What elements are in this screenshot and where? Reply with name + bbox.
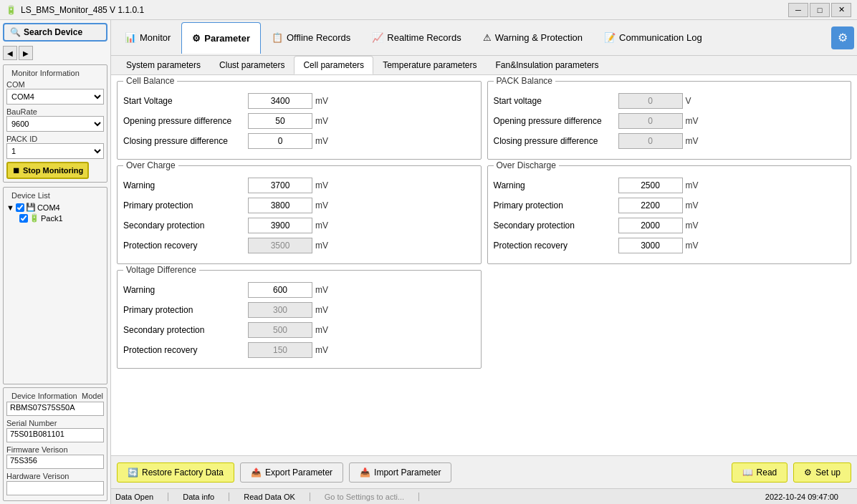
over-charge-group: Over Charge Warning mV Primary protectio… bbox=[117, 165, 482, 264]
title-bar-controls: ─ □ ✕ bbox=[788, 3, 851, 17]
over-discharge-input-3[interactable] bbox=[618, 238, 683, 253]
read-button[interactable]: 📖 Read bbox=[732, 462, 788, 483]
monitor-info-group: Monitor Information COM COM4 BauRate 960… bbox=[3, 64, 107, 183]
firmware-version-value: 75S356 bbox=[6, 455, 104, 469]
pack-balance-unit-2: mV bbox=[686, 136, 704, 146]
baud-rate-label: BauRate bbox=[6, 107, 104, 116]
over-discharge-title: Over Discharge bbox=[494, 160, 559, 170]
status-data-open: Data Open bbox=[115, 493, 168, 501]
cell-balance-input-0[interactable] bbox=[248, 93, 312, 109]
nav-back-button[interactable]: ◀ bbox=[3, 46, 17, 60]
setup-button[interactable]: ⚙ Set up bbox=[793, 462, 851, 483]
nav-forward-button[interactable]: ▶ bbox=[19, 46, 33, 60]
baud-rate-row: BauRate 9600 bbox=[6, 107, 104, 132]
over-charge-input-1[interactable] bbox=[248, 198, 312, 213]
export-parameter-button[interactable]: 📤 Export Parameter bbox=[240, 462, 343, 483]
voltage-difference-input-3 bbox=[248, 342, 312, 358]
device-list-group: Device List ▼ 💾 COM4 🔋 Pack1 bbox=[3, 187, 107, 384]
status-activate-windows: Go to Settings to acti... bbox=[325, 493, 419, 501]
settings-button[interactable]: ⚙ bbox=[831, 26, 854, 49]
hardware-version-label: Hardware Verison bbox=[6, 472, 69, 480]
over-charge-input-2[interactable] bbox=[248, 218, 312, 233]
voltage-difference-input-1 bbox=[248, 302, 312, 318]
read-icon: 📖 bbox=[742, 467, 753, 478]
realtime-records-tab-icon: 📈 bbox=[372, 32, 383, 43]
cell-balance-label-2: Closing pressure difference bbox=[123, 136, 245, 146]
status-data-info: Data info bbox=[183, 493, 229, 501]
sub-tab-cell-params[interactable]: Cell parameters bbox=[294, 56, 373, 74]
close-button[interactable]: ✕ bbox=[831, 3, 851, 17]
cell-balance-input-2[interactable] bbox=[248, 133, 312, 149]
tab-warning-protection[interactable]: ⚠ Warning & Protection bbox=[472, 22, 593, 54]
voltage-difference-label-3: Protection recovery bbox=[123, 345, 245, 355]
tab-offline-records[interactable]: 📋 Offline Records bbox=[261, 22, 361, 54]
over-charge-label-2: Secondary protection bbox=[123, 220, 245, 231]
over-charge-row-2: Secondary protection mV bbox=[123, 218, 475, 233]
warning-protection-tab-icon: ⚠ bbox=[483, 32, 492, 43]
device-info-group: Device Information Model RBMS07S75S50A S… bbox=[3, 387, 107, 501]
restore-factory-data-button[interactable]: 🔄 Restore Factory Data bbox=[117, 462, 234, 483]
app-title: LS_BMS_Monitor_485 V 1.1.0.1 bbox=[21, 5, 144, 15]
search-device-button[interactable]: 🔍 Search Device bbox=[3, 23, 107, 42]
over-discharge-row-2: Secondary protection mV bbox=[494, 218, 846, 233]
tree-expand-icon: ▼ bbox=[6, 203, 14, 212]
tree-pack1-item: 🔋 Pack1 bbox=[19, 213, 104, 223]
firmware-version-label: Firmware Verison bbox=[6, 445, 68, 454]
bottom-toolbar: 🔄 Restore Factory Data 📤 Export Paramete… bbox=[111, 455, 857, 488]
pack-id-row: PACK ID 1 bbox=[6, 135, 104, 159]
tab-monitor[interactable]: 📊 Monitor bbox=[114, 22, 181, 54]
baud-rate-select[interactable]: 9600 bbox=[6, 116, 104, 132]
main-content: 📊 Monitor ⚙ Parameter 📋 Offline Records … bbox=[111, 20, 857, 504]
over-discharge-input-0[interactable] bbox=[618, 178, 683, 193]
pack-balance-label-2: Closing pressure difference bbox=[494, 136, 616, 146]
sub-tab-clust-params[interactable]: Clust parameters bbox=[210, 56, 294, 74]
pack-balance-input-2 bbox=[618, 133, 683, 149]
over-discharge-unit-3: mV bbox=[686, 241, 704, 251]
minimize-button[interactable]: ─ bbox=[788, 3, 808, 17]
tab-communication-log[interactable]: 📝 Communication Log bbox=[593, 22, 713, 54]
status-read-data-ok: Read Data OK bbox=[244, 493, 310, 501]
voltage-difference-group: Voltage Difference Warning mV Primary pr… bbox=[117, 270, 482, 369]
over-discharge-row-1: Primary protection mV bbox=[494, 198, 846, 213]
model-label: Model bbox=[82, 392, 103, 400]
over-discharge-unit-1: mV bbox=[686, 200, 704, 210]
over-discharge-unit-0: mV bbox=[686, 180, 704, 190]
com4-device-icon: 💾 bbox=[26, 203, 36, 212]
over-discharge-input-2[interactable] bbox=[618, 218, 683, 233]
sub-tab-fan-insulation[interactable]: Fan&Insulation parameters bbox=[487, 56, 608, 74]
pack-balance-group: PACK Balance Start voltage V Opening pre… bbox=[487, 81, 852, 160]
pack-balance-row-1: Opening pressure difference mV bbox=[494, 113, 846, 129]
import-parameter-button[interactable]: 📥 Import Parameter bbox=[349, 462, 451, 483]
maximize-button[interactable]: □ bbox=[810, 3, 830, 17]
cell-balance-unit-0: mV bbox=[315, 96, 333, 106]
cell-balance-row-0: Start Voltage mV bbox=[123, 93, 475, 109]
stop-monitoring-button[interactable]: ⏹ Stop Monitoring bbox=[6, 162, 89, 179]
pack-balance-label-1: Opening pressure difference bbox=[494, 116, 616, 126]
pack-balance-title: PACK Balance bbox=[494, 76, 556, 86]
pack-id-select[interactable]: 1 bbox=[6, 143, 104, 159]
pack-balance-row-0: Start voltage V bbox=[494, 93, 846, 109]
over-charge-label-3: Protection recovery bbox=[123, 241, 245, 251]
hardware-version-value bbox=[6, 481, 104, 495]
pack-balance-input-1 bbox=[618, 113, 683, 129]
tree-com4-item: ▼ 💾 COM4 bbox=[6, 203, 104, 212]
tab-realtime-records[interactable]: 📈 Realtime Records bbox=[361, 22, 471, 54]
pack1-checkbox[interactable] bbox=[19, 214, 28, 223]
sub-tab-system-params[interactable]: System parameters bbox=[117, 56, 210, 74]
over-discharge-input-1[interactable] bbox=[618, 198, 683, 213]
tab-parameter[interactable]: ⚙ Parameter bbox=[181, 22, 261, 54]
over-charge-input-0[interactable] bbox=[248, 178, 312, 193]
voltage-difference-label-0: Warning bbox=[123, 285, 245, 295]
com-select[interactable]: COM4 bbox=[6, 89, 104, 105]
pack-balance-row-2: Closing pressure difference mV bbox=[494, 133, 846, 149]
cell-balance-input-1[interactable] bbox=[248, 113, 312, 129]
sub-tab-temp-params[interactable]: Temperature parameters bbox=[373, 56, 486, 74]
voltage-difference-unit-3: mV bbox=[315, 345, 333, 355]
over-discharge-label-1: Primary protection bbox=[494, 200, 616, 210]
over-discharge-label-0: Warning bbox=[494, 180, 616, 190]
warning-protection-tab-label: Warning & Protection bbox=[495, 32, 583, 43]
voltage-difference-input-0[interactable] bbox=[248, 282, 312, 298]
com4-checkbox[interactable] bbox=[16, 203, 24, 212]
sub-tabs: System parameters Clust parameters Cell … bbox=[111, 56, 857, 75]
voltage-difference-label-1: Primary protection bbox=[123, 305, 245, 315]
